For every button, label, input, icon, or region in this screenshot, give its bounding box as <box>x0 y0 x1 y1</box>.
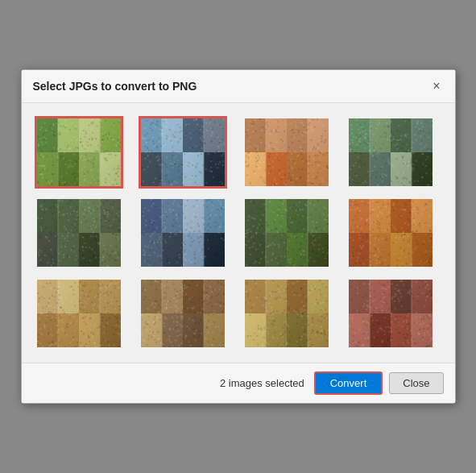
image-cell-4[interactable] <box>35 197 123 269</box>
close-x-button[interactable]: × <box>429 78 443 94</box>
image-cell-11[interactable] <box>346 277 435 350</box>
image-cell-7[interactable] <box>346 197 435 269</box>
image-cell-6[interactable] <box>242 197 331 269</box>
image-canvas-5 <box>141 199 225 267</box>
image-canvas-11 <box>349 280 433 347</box>
image-cell-8[interactable] <box>35 277 123 350</box>
image-cell-5[interactable] <box>139 197 227 269</box>
image-cell-0[interactable] <box>35 116 123 189</box>
convert-button[interactable]: Convert <box>314 371 383 395</box>
image-canvas-3 <box>349 118 433 186</box>
image-cell-2[interactable] <box>242 116 331 189</box>
image-canvas-2 <box>245 118 329 186</box>
image-canvas-8 <box>37 280 121 347</box>
dialog-title: Select JPGs to convert to PNG <box>33 80 197 93</box>
main-dialog: Select JPGs to convert to PNG × 2 images… <box>21 69 456 404</box>
image-canvas-4 <box>37 199 121 267</box>
image-canvas-0 <box>37 118 121 186</box>
dialog-header: Select JPGs to convert to PNG × <box>22 70 455 103</box>
selected-count: 2 images selected <box>220 377 304 389</box>
image-canvas-1 <box>141 118 225 186</box>
image-cell-9[interactable] <box>139 277 227 350</box>
image-canvas-7 <box>349 199 433 267</box>
dialog-footer: 2 images selected Convert Close <box>22 363 455 403</box>
image-canvas-9 <box>141 280 225 347</box>
image-canvas-6 <box>245 199 329 267</box>
image-grid <box>22 103 455 363</box>
close-button[interactable]: Close <box>389 372 443 394</box>
image-cell-3[interactable] <box>346 116 435 189</box>
image-cell-10[interactable] <box>242 277 331 350</box>
image-canvas-10 <box>245 280 329 347</box>
image-cell-1[interactable] <box>139 116 227 189</box>
